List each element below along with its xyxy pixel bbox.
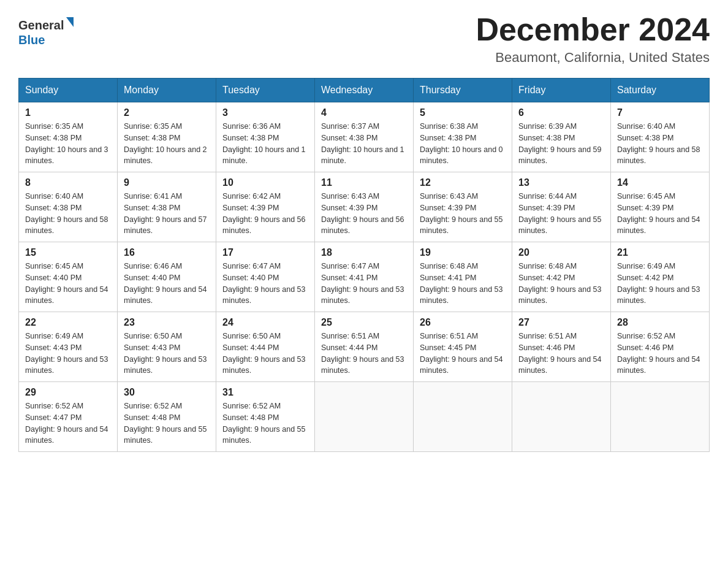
day-number: 15: [25, 247, 111, 258]
day-info: Sunrise: 6:41 AM Sunset: 4:38 PM Dayligh…: [124, 191, 210, 237]
calendar-cell: 27 Sunrise: 6:51 AM Sunset: 4:46 PM Dayl…: [512, 312, 611, 382]
calendar-cell: 22 Sunrise: 6:49 AM Sunset: 4:43 PM Dayl…: [19, 312, 118, 382]
day-number: 31: [222, 387, 308, 398]
calendar-cell: 4 Sunrise: 6:37 AM Sunset: 4:38 PM Dayli…: [315, 102, 414, 172]
calendar-cell: 17 Sunrise: 6:47 AM Sunset: 4:40 PM Dayl…: [216, 242, 315, 312]
day-number: 27: [518, 317, 604, 328]
day-info: Sunrise: 6:47 AM Sunset: 4:40 PM Dayligh…: [222, 261, 308, 307]
day-number: 5: [420, 107, 506, 118]
calendar-cell: 1 Sunrise: 6:35 AM Sunset: 4:38 PM Dayli…: [19, 102, 118, 172]
location-title: Beaumont, California, United States: [476, 50, 710, 66]
calendar-cell: 7 Sunrise: 6:40 AM Sunset: 4:38 PM Dayli…: [611, 102, 710, 172]
day-info: Sunrise: 6:37 AM Sunset: 4:38 PM Dayligh…: [321, 121, 407, 167]
day-header-thursday: Thursday: [414, 79, 512, 102]
month-title: December 2024: [476, 12, 710, 47]
calendar-cell: [414, 382, 512, 452]
day-header-saturday: Saturday: [611, 79, 710, 102]
calendar-cell: 14 Sunrise: 6:45 AM Sunset: 4:39 PM Dayl…: [611, 172, 710, 242]
page-header: General Blue December 2024 Beaumont, Cal…: [18, 12, 710, 66]
day-header-sunday: Sunday: [19, 79, 118, 102]
day-header-monday: Monday: [118, 79, 216, 102]
day-number: 11: [321, 177, 407, 188]
calendar-cell: 18 Sunrise: 6:47 AM Sunset: 4:41 PM Dayl…: [315, 242, 414, 312]
day-number: 19: [420, 247, 506, 258]
day-number: 10: [222, 177, 308, 188]
calendar-week-3: 15 Sunrise: 6:45 AM Sunset: 4:40 PM Dayl…: [19, 242, 710, 312]
day-info: Sunrise: 6:45 AM Sunset: 4:40 PM Dayligh…: [25, 261, 111, 307]
day-number: 4: [321, 107, 407, 118]
calendar-cell: 24 Sunrise: 6:50 AM Sunset: 4:44 PM Dayl…: [216, 312, 315, 382]
calendar-cell: 9 Sunrise: 6:41 AM Sunset: 4:38 PM Dayli…: [118, 172, 216, 242]
day-number: 1: [25, 107, 111, 118]
day-info: Sunrise: 6:49 AM Sunset: 4:42 PM Dayligh…: [617, 261, 703, 307]
calendar-week-2: 8 Sunrise: 6:40 AM Sunset: 4:38 PM Dayli…: [19, 172, 710, 242]
calendar-cell: 23 Sunrise: 6:50 AM Sunset: 4:43 PM Dayl…: [118, 312, 216, 382]
day-info: Sunrise: 6:52 AM Sunset: 4:48 PM Dayligh…: [124, 400, 210, 446]
calendar-table: SundayMondayTuesdayWednesdayThursdayFrid…: [18, 78, 710, 452]
logo-svg: General Blue: [18, 12, 74, 49]
day-info: Sunrise: 6:35 AM Sunset: 4:38 PM Dayligh…: [25, 121, 111, 167]
day-info: Sunrise: 6:51 AM Sunset: 4:46 PM Dayligh…: [518, 331, 604, 377]
day-info: Sunrise: 6:48 AM Sunset: 4:41 PM Dayligh…: [420, 261, 506, 307]
day-number: 3: [222, 107, 308, 118]
day-info: Sunrise: 6:45 AM Sunset: 4:39 PM Dayligh…: [617, 191, 703, 237]
calendar-week-5: 29 Sunrise: 6:52 AM Sunset: 4:47 PM Dayl…: [19, 382, 710, 452]
calendar-cell: 19 Sunrise: 6:48 AM Sunset: 4:41 PM Dayl…: [414, 242, 512, 312]
day-info: Sunrise: 6:44 AM Sunset: 4:39 PM Dayligh…: [518, 191, 604, 237]
day-info: Sunrise: 6:35 AM Sunset: 4:38 PM Dayligh…: [124, 121, 210, 167]
day-number: 8: [25, 177, 111, 188]
day-number: 2: [124, 107, 210, 118]
calendar-cell: 28 Sunrise: 6:52 AM Sunset: 4:46 PM Dayl…: [611, 312, 710, 382]
day-number: 20: [518, 247, 604, 258]
calendar-cell: 31 Sunrise: 6:52 AM Sunset: 4:48 PM Dayl…: [216, 382, 315, 452]
calendar-cell: [611, 382, 710, 452]
day-info: Sunrise: 6:52 AM Sunset: 4:48 PM Dayligh…: [222, 400, 308, 446]
day-number: 17: [222, 247, 308, 258]
calendar-cell: 3 Sunrise: 6:36 AM Sunset: 4:38 PM Dayli…: [216, 102, 315, 172]
calendar-cell: 8 Sunrise: 6:40 AM Sunset: 4:38 PM Dayli…: [19, 172, 118, 242]
day-info: Sunrise: 6:52 AM Sunset: 4:47 PM Dayligh…: [25, 400, 111, 446]
day-info: Sunrise: 6:52 AM Sunset: 4:46 PM Dayligh…: [617, 331, 703, 377]
calendar-cell: 16 Sunrise: 6:46 AM Sunset: 4:40 PM Dayl…: [118, 242, 216, 312]
calendar-header-row: SundayMondayTuesdayWednesdayThursdayFrid…: [19, 79, 710, 102]
day-number: 29: [25, 387, 111, 398]
day-number: 16: [124, 247, 210, 258]
day-info: Sunrise: 6:47 AM Sunset: 4:41 PM Dayligh…: [321, 261, 407, 307]
calendar-cell: 15 Sunrise: 6:45 AM Sunset: 4:40 PM Dayl…: [19, 242, 118, 312]
calendar-cell: 12 Sunrise: 6:43 AM Sunset: 4:39 PM Dayl…: [414, 172, 512, 242]
day-info: Sunrise: 6:36 AM Sunset: 4:38 PM Dayligh…: [222, 121, 308, 167]
calendar-cell: 25 Sunrise: 6:51 AM Sunset: 4:44 PM Dayl…: [315, 312, 414, 382]
svg-text:General: General: [18, 18, 64, 32]
day-info: Sunrise: 6:51 AM Sunset: 4:45 PM Dayligh…: [420, 331, 506, 377]
day-number: 30: [124, 387, 210, 398]
day-number: 18: [321, 247, 407, 258]
day-number: 6: [518, 107, 604, 118]
calendar-cell: 5 Sunrise: 6:38 AM Sunset: 4:38 PM Dayli…: [414, 102, 512, 172]
day-info: Sunrise: 6:46 AM Sunset: 4:40 PM Dayligh…: [124, 261, 210, 307]
calendar-cell: 30 Sunrise: 6:52 AM Sunset: 4:48 PM Dayl…: [118, 382, 216, 452]
calendar-cell: 11 Sunrise: 6:43 AM Sunset: 4:39 PM Dayl…: [315, 172, 414, 242]
day-info: Sunrise: 6:39 AM Sunset: 4:38 PM Dayligh…: [518, 121, 604, 167]
day-info: Sunrise: 6:51 AM Sunset: 4:44 PM Dayligh…: [321, 331, 407, 377]
calendar-cell: [315, 382, 414, 452]
day-info: Sunrise: 6:50 AM Sunset: 4:43 PM Dayligh…: [124, 331, 210, 377]
day-number: 13: [518, 177, 604, 188]
day-info: Sunrise: 6:40 AM Sunset: 4:38 PM Dayligh…: [617, 121, 703, 167]
day-number: 23: [124, 317, 210, 328]
calendar-cell: [512, 382, 611, 452]
day-number: 24: [222, 317, 308, 328]
calendar-cell: 21 Sunrise: 6:49 AM Sunset: 4:42 PM Dayl…: [611, 242, 710, 312]
calendar-cell: 13 Sunrise: 6:44 AM Sunset: 4:39 PM Dayl…: [512, 172, 611, 242]
title-area: December 2024 Beaumont, California, Unit…: [476, 12, 710, 66]
day-info: Sunrise: 6:48 AM Sunset: 4:42 PM Dayligh…: [518, 261, 604, 307]
day-number: 22: [25, 317, 111, 328]
day-info: Sunrise: 6:38 AM Sunset: 4:38 PM Dayligh…: [420, 121, 506, 167]
day-header-tuesday: Tuesday: [216, 79, 315, 102]
day-number: 12: [420, 177, 506, 188]
day-info: Sunrise: 6:43 AM Sunset: 4:39 PM Dayligh…: [321, 191, 407, 237]
day-info: Sunrise: 6:43 AM Sunset: 4:39 PM Dayligh…: [420, 191, 506, 237]
calendar-cell: 10 Sunrise: 6:42 AM Sunset: 4:39 PM Dayl…: [216, 172, 315, 242]
calendar-cell: 26 Sunrise: 6:51 AM Sunset: 4:45 PM Dayl…: [414, 312, 512, 382]
calendar-cell: 20 Sunrise: 6:48 AM Sunset: 4:42 PM Dayl…: [512, 242, 611, 312]
day-info: Sunrise: 6:40 AM Sunset: 4:38 PM Dayligh…: [25, 191, 111, 237]
